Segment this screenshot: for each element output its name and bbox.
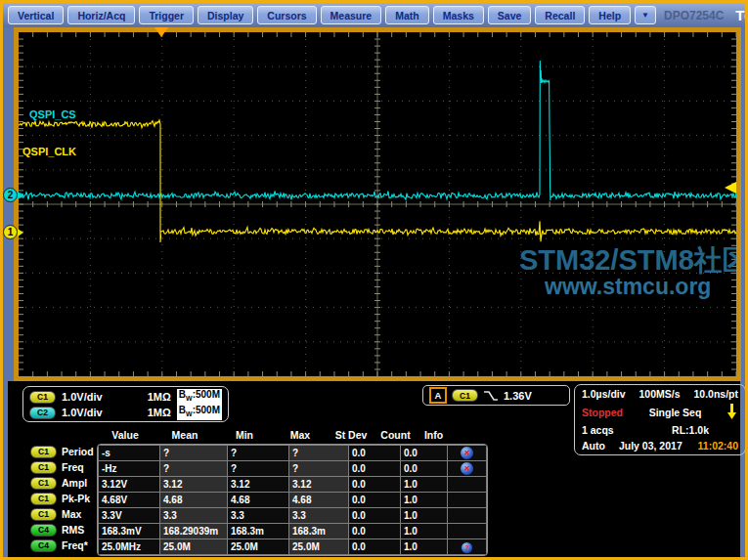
channel-impedance: 1MΩ xyxy=(148,407,171,418)
measurement-header-st-dev: St Dev xyxy=(328,429,374,441)
measurement-row: 3.3V3.33.33.30.01.0 xyxy=(99,508,487,524)
time-value: 11:02:40 xyxy=(698,440,738,452)
acquisition-status: Stopped xyxy=(582,407,623,418)
channel-impedance: 1MΩ xyxy=(148,391,171,403)
menu-button-measure[interactable]: Measure xyxy=(321,6,382,24)
title-bar: VerticalHoriz/AcqTriggerDisplayCursorsMe… xyxy=(3,3,745,27)
waveform-svg xyxy=(19,32,736,376)
trigger-source-badge: C1 xyxy=(452,389,478,402)
measurement-label-rms: C4RMS xyxy=(30,522,94,538)
trace-label-qspi-clk: QSPI_CLK xyxy=(22,146,76,157)
error-icon: ✕ xyxy=(461,462,473,475)
error-icon: ✕ xyxy=(461,447,473,459)
measurement-header-row: ValueMeanMinMaxSt DevCountInfo xyxy=(97,429,451,441)
channel-bandwidth: BW:500M xyxy=(177,389,222,405)
falling-edge-icon xyxy=(483,390,499,402)
measurement-label-freq: C1Freq xyxy=(30,459,94,475)
measurement-label-max: C1Max xyxy=(30,506,94,522)
measurement-source-badge: C1 xyxy=(30,493,57,505)
measurement-header-info: Info xyxy=(417,429,451,441)
watermark-line1: STM32/STM8社区 xyxy=(519,246,741,276)
measurement-source-badge: C1 xyxy=(30,446,57,458)
watermark-line2: www.stmcu.org xyxy=(519,276,741,298)
measurement-header-max: Max xyxy=(273,429,328,441)
measurement-header-value: Value xyxy=(97,429,154,441)
measurement-source-badge: C1 xyxy=(30,477,57,490)
date-value: July 03, 2017 xyxy=(619,440,682,452)
measurement-header-count: Count xyxy=(374,429,417,441)
channel-badge-c1: C1 xyxy=(29,391,56,404)
menu-button-recall[interactable]: Recall xyxy=(535,6,585,24)
measurement-source-badge: C1 xyxy=(30,461,57,474)
menu-button-save[interactable]: Save xyxy=(488,6,532,24)
channel-readout-c1[interactable]: C11.0V/div1MΩBW:500M xyxy=(29,389,222,405)
measurement-label-period: C1Period xyxy=(30,444,94,459)
record-length: RL:1.0k xyxy=(672,424,709,436)
acquisition-mode: Single Seq xyxy=(649,407,702,418)
waveform-display: QSPI_CS QSPI_CLK STM32/STM8社区 www.stmcu.… xyxy=(14,27,741,381)
menu-button-display[interactable]: Display xyxy=(198,6,253,24)
measurement-source-badge: C1 xyxy=(30,508,57,521)
watermark: STM32/STM8社区 www.stmcu.org xyxy=(519,246,741,298)
trigger-level-value: 1.36V xyxy=(504,390,532,402)
channel-scale: 1.0V/div xyxy=(62,391,103,403)
measurement-labels: C1PeriodC1FreqC1AmplC1Pk-PkC1MaxC4RMSC4F… xyxy=(30,444,94,553)
measurement-source-badge: C4 xyxy=(30,539,57,552)
menu-button-vertical[interactable]: Vertical xyxy=(8,6,64,24)
measurement-label-freq-: C4Freq* xyxy=(30,538,94,553)
channel-readout-c2[interactable]: C21.0V/div1MΩBW:500M xyxy=(29,405,222,420)
trigger-slot-badge: A xyxy=(429,387,447,404)
channel-scale: 1.0V/div xyxy=(62,407,103,418)
measurement-row: 3.12V3.123.123.120.01.0 xyxy=(99,477,487,493)
measurement-row: -s???0.00.0✕ xyxy=(99,446,487,461)
menu-dropdown-button[interactable]: ▼ xyxy=(635,6,656,24)
measurement-row: 25.0MHz25.0M25.0M25.0M0.01.0? xyxy=(99,539,487,555)
channel-badge-c2: C2 xyxy=(29,407,56,419)
menu-bar: VerticalHoriz/AcqTriggerDisplayCursorsMe… xyxy=(8,6,656,24)
measurement-row: -Hz???0.00.0✕ xyxy=(99,461,487,477)
menu-button-horiz-acq[interactable]: Horiz/Acq xyxy=(67,6,135,24)
oscilloscope-window: VerticalHoriz/AcqTriggerDisplayCursorsMe… xyxy=(0,0,748,560)
readout-panel: C11.0V/div1MΩBW:500MC21.0V/div1MΩBW:500M… xyxy=(8,381,740,557)
timebase-value: 1.0µs/div xyxy=(582,388,626,400)
measurement-source-badge: C4 xyxy=(30,524,57,537)
menu-button-help[interactable]: Help xyxy=(589,6,631,24)
menu-button-math[interactable]: Math xyxy=(385,6,429,24)
channel-2-marker[interactable]: 2 xyxy=(3,188,23,202)
model-label: DPO7254C xyxy=(664,9,724,22)
menu-button-trigger[interactable]: Trigger xyxy=(139,6,194,24)
measurement-label-pk-pk: C1Pk-Pk xyxy=(30,491,94,506)
measurement-header-mean: Mean xyxy=(154,429,216,441)
measurement-label-ampl: C1Ampl xyxy=(30,475,94,491)
trace-label-qspi-cs: QSPI_CS xyxy=(29,108,76,120)
channel-1-marker[interactable]: 1 xyxy=(3,225,23,239)
acqs-count: 1 acqs xyxy=(582,424,614,436)
horizontal-readout-box[interactable]: 1.0µs/div 100MS/s 10.0ns/pt Stopped Sing… xyxy=(574,384,746,455)
trigger-readout[interactable]: A C1 1.36V xyxy=(422,385,570,406)
record-position-icon xyxy=(727,404,736,421)
tek-logo: Tek xyxy=(735,7,748,23)
measurement-row: 168.3mV168.29039m168.3m168.3m0.01.0 xyxy=(99,524,487,539)
trigger-level-arrow[interactable] xyxy=(725,182,736,194)
measurement-row: 4.68V4.684.684.680.01.0 xyxy=(99,493,487,508)
warning-icon: ? xyxy=(462,542,472,553)
resolution-value: 10.0ns/pt xyxy=(693,388,738,400)
channel-readout-box: C11.0V/div1MΩBW:500MC21.0V/div1MΩBW:500M xyxy=(22,386,229,422)
trigger-position-marker[interactable] xyxy=(154,27,168,37)
channel-bandwidth: BW:500M xyxy=(177,405,222,420)
measurement-header-min: Min xyxy=(216,429,273,441)
menu-button-masks[interactable]: Masks xyxy=(433,6,484,24)
trigger-mode: Auto xyxy=(582,440,605,452)
sample-rate-value: 100MS/s xyxy=(639,388,681,400)
menu-button-cursors[interactable]: Cursors xyxy=(257,6,316,24)
measurement-table: -s???0.00.0✕-Hz???0.00.0✕3.12V3.123.123.… xyxy=(97,444,488,556)
